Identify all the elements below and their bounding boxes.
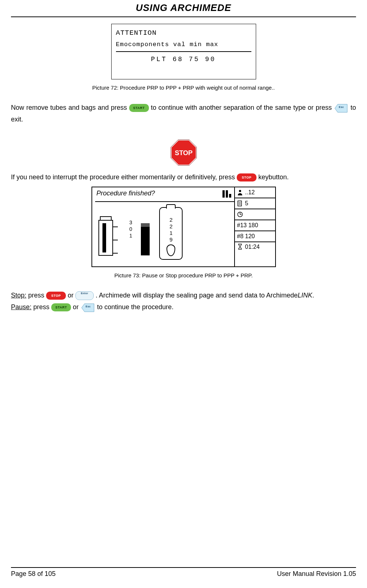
document-icon	[237, 201, 243, 206]
text: to continue the procedure.	[97, 303, 173, 311]
svg-rect-6	[102, 223, 106, 252]
paragraph-interrupt: If you need to interrupt the procedure e…	[11, 171, 356, 183]
attention-label: ATTENTION	[116, 28, 251, 38]
side-numbers: 3 0 1	[130, 205, 132, 260]
text: . Archimede will display the sealing pag…	[96, 292, 297, 299]
picture-73-caption: Picture 73: Pause or Stop procedure PRP …	[11, 272, 356, 278]
footer-page: Page 58 of 105	[11, 570, 56, 578]
stop-key-icon: STOP	[46, 292, 66, 300]
person-icon	[237, 190, 243, 195]
footer-revision: User Manual Revision 1.05	[277, 570, 356, 578]
svg-point-12	[239, 190, 241, 192]
paragraph-remove-tubes: Now remove tubes and bags and press STAR…	[11, 102, 356, 125]
attention-plt-row: PLT 68 75 90	[116, 54, 251, 64]
value: 01:24	[245, 244, 260, 250]
tube-num: 2	[169, 217, 172, 223]
esc-label: Esc	[339, 106, 344, 108]
text: or	[68, 292, 75, 299]
text: or	[73, 303, 80, 311]
clock-icon	[237, 211, 243, 217]
procedure-finished-label: Procedure finished?	[97, 190, 155, 197]
stop-sign-block: STOP	[11, 138, 356, 168]
attention-headers: Emocomponents val min max	[116, 40, 251, 50]
svg-text:Esc: Esc	[86, 305, 91, 308]
pause-label: Pause:	[11, 303, 31, 311]
svg-rect-5	[100, 217, 111, 220]
bars-icon	[222, 190, 231, 198]
tube-icon: 2 2 1 9	[159, 207, 183, 260]
value: 5	[245, 200, 248, 207]
device-screen-attention: ATTENTION Emocomponents val min max PLT …	[111, 24, 256, 79]
start-key-icon: START	[51, 303, 71, 311]
esc-key-icon: Esc	[80, 302, 95, 312]
svg-text:STOP: STOP	[175, 149, 192, 157]
divider-bottom	[11, 567, 356, 568]
svg-rect-11	[141, 223, 150, 227]
link-text: LINK	[297, 292, 312, 299]
tube-num: 2	[169, 223, 172, 229]
level-icon	[139, 205, 152, 260]
text: keybutton.	[258, 173, 289, 181]
picture-72-caption: Picture 72: Procedure PRP to PPP + PRP w…	[11, 85, 356, 91]
device-right-panel: ..12 5 #13 180 #8 120	[234, 187, 275, 266]
page-title: USING ARCHIMEDE	[11, 0, 356, 16]
num: 0	[130, 226, 132, 232]
text: press	[33, 303, 51, 311]
num: 1	[130, 233, 132, 239]
value: #8 120	[237, 233, 255, 240]
tube-num: 9	[169, 236, 172, 243]
enter-key-icon: Enter	[75, 291, 94, 300]
bag-icon	[97, 205, 122, 260]
paragraph-stop-pause: Stop: press STOP or Enter . Archimede wi…	[11, 289, 356, 313]
text: .	[312, 292, 314, 299]
num: 3	[130, 220, 132, 225]
tube-num: 1	[169, 230, 172, 236]
stop-key-icon: STOP	[237, 173, 256, 181]
value: ..12	[245, 189, 255, 196]
svg-rect-10	[141, 227, 150, 255]
start-key-icon: START	[129, 104, 149, 112]
text: If you need to interrupt the procedure e…	[11, 173, 237, 181]
stop-sign-icon: STOP	[169, 138, 198, 167]
attention-divider	[116, 51, 251, 52]
text: press	[28, 292, 46, 299]
device-screen-procedure-finished: Procedure finished? 3 0 1	[91, 187, 276, 267]
hourglass-icon	[237, 244, 243, 250]
stop-label: Stop:	[11, 292, 26, 299]
divider-top	[11, 16, 356, 17]
text: Now remove tubes and bags and press	[11, 104, 129, 111]
esc-key-icon: Esc	[334, 103, 348, 113]
value: #13 180	[237, 222, 258, 229]
text: to continue with another separation of t…	[151, 104, 334, 111]
